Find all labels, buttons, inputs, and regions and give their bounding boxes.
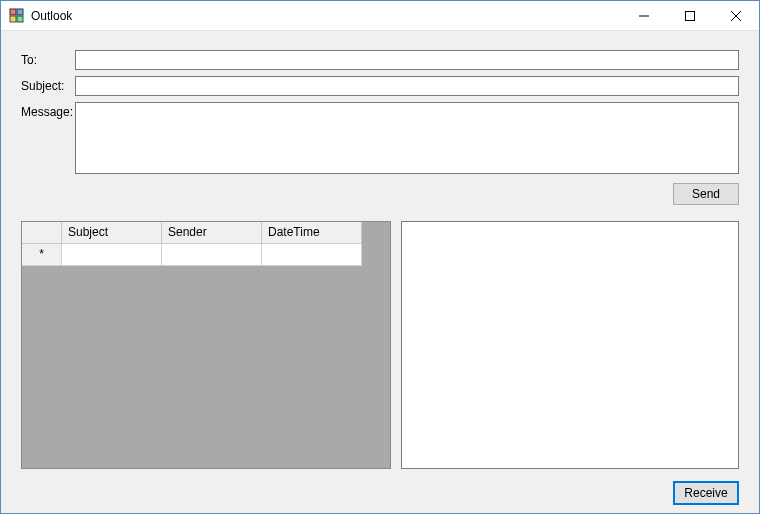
send-button[interactable]: Send [673,183,739,205]
grid-cell[interactable] [62,244,162,266]
client-area: To: Subject: Message: Send Subject Sende… [1,31,759,513]
message-textarea[interactable] [75,102,739,174]
column-header-sender[interactable]: Sender [162,222,262,244]
svg-rect-0 [10,9,16,15]
column-header-subject[interactable]: Subject [62,222,162,244]
grid-cell[interactable] [262,244,362,266]
message-label: Message: [21,105,73,119]
grid-new-row[interactable]: * [22,244,390,266]
subject-input[interactable] [75,76,739,96]
minimize-button[interactable] [621,1,667,31]
to-label: To: [21,53,37,67]
maximize-button[interactable] [667,1,713,31]
window-title: Outlook [31,9,72,23]
grid-corner[interactable] [22,222,62,244]
to-input[interactable] [75,50,739,70]
app-icon [9,8,25,24]
receive-button[interactable]: Receive [673,481,739,505]
subject-label: Subject: [21,79,64,93]
messages-grid[interactable]: Subject Sender DateTime * [21,221,391,469]
svg-rect-2 [10,16,16,22]
svg-rect-1 [17,9,23,15]
titlebar[interactable]: Outlook [1,1,759,31]
close-button[interactable] [713,1,759,31]
new-row-indicator: * [22,244,62,266]
svg-rect-3 [17,16,23,22]
svg-rect-5 [686,11,695,20]
app-window: Outlook To: Subject: Message: Send [0,0,760,514]
grid-cell[interactable] [162,244,262,266]
grid-header-row: Subject Sender DateTime [22,222,390,244]
column-header-datetime[interactable]: DateTime [262,222,362,244]
preview-pane [401,221,739,469]
